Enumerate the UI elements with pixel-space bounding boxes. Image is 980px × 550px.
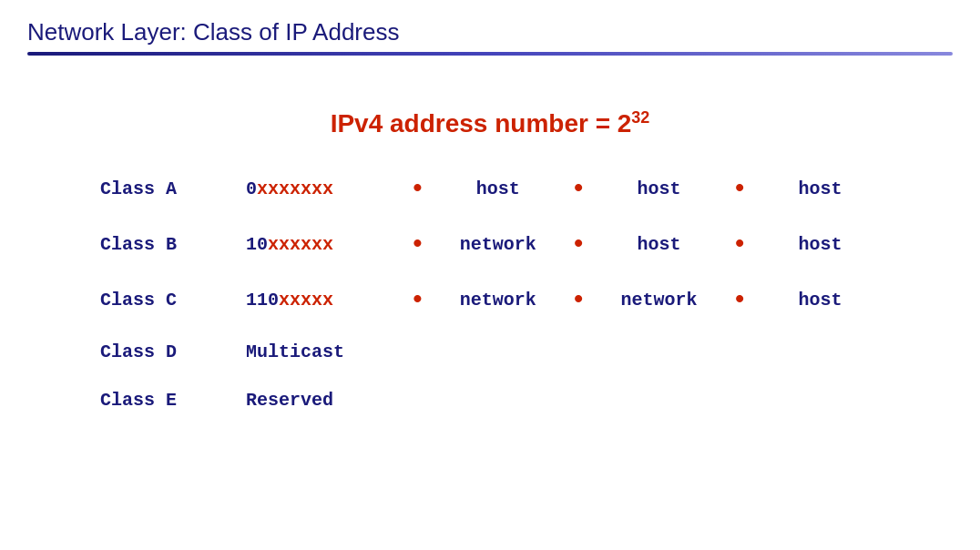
classes-table: Class A 0xxxxxxx • host • host • host Cl…: [100, 175, 953, 411]
class-c-bits-var: xxxxx: [279, 290, 333, 311]
slide: Network Layer: Class of IP Address IPv4 …: [0, 0, 980, 550]
class-a-field1: host: [444, 178, 553, 199]
class-b-bits-var: xxxxxx: [268, 234, 333, 255]
class-c-dot3: •: [732, 286, 748, 314]
ipv4-heading-text: IPv4 address number = 232: [331, 109, 650, 138]
class-c-dot2: •: [571, 286, 587, 314]
class-c-label: Class C: [100, 290, 246, 311]
class-e-value: Reserved: [246, 390, 333, 411]
class-a-field3: host: [765, 178, 874, 199]
class-c-field3: host: [765, 290, 874, 311]
class-a-label: Class A: [100, 178, 246, 199]
class-c-field2: network: [605, 290, 714, 311]
class-e-label: Class E: [100, 390, 246, 411]
class-row-e: Class E Reserved: [100, 390, 953, 411]
class-b-bits: 10xxxxxx: [246, 234, 392, 255]
class-a-field2: host: [605, 178, 714, 199]
class-c-bits: 110xxxxx: [246, 290, 392, 311]
class-c-bits-fixed: 110: [246, 290, 279, 311]
class-b-field2: host: [605, 234, 714, 255]
class-a-dot3: •: [732, 175, 748, 203]
page-title: Network Layer: Class of IP Address: [27, 18, 953, 46]
ipv4-exponent: 32: [631, 108, 649, 127]
ipv4-heading: IPv4 address number = 232: [27, 108, 953, 138]
class-row-c: Class C 110xxxxx • network • network • h…: [100, 286, 953, 314]
title-divider: [27, 52, 953, 56]
class-row-d: Class D Multicast: [100, 341, 953, 362]
title-main: Network Layer:: [27, 18, 187, 46]
class-a-bits-fixed: 0: [246, 178, 257, 199]
class-b-dot3: •: [732, 230, 748, 259]
class-b-dot1: •: [410, 230, 425, 259]
title-sub: Class of IP Address: [187, 18, 400, 46]
class-row-a: Class A 0xxxxxxx • host • host • host: [100, 175, 953, 203]
class-b-label: Class B: [100, 234, 246, 255]
ipv4-label: IPv4 address number = 2: [331, 109, 632, 138]
title-area: Network Layer: Class of IP Address: [27, 18, 953, 63]
class-c-field1: network: [444, 290, 553, 311]
class-b-dot2: •: [571, 230, 587, 259]
class-b-field1: network: [444, 234, 553, 255]
class-c-dot1: •: [410, 286, 425, 314]
class-b-bits-fixed: 10: [246, 234, 268, 255]
class-b-field3: host: [765, 234, 874, 255]
class-a-dot1: •: [410, 175, 425, 203]
class-d-label: Class D: [100, 341, 246, 362]
class-row-b: Class B 10xxxxxx • network • host • host: [100, 230, 953, 259]
class-d-value: Multicast: [246, 341, 344, 362]
class-a-bits: 0xxxxxxx: [246, 178, 392, 199]
class-a-bits-var: xxxxxxx: [257, 178, 333, 199]
class-a-dot2: •: [571, 175, 587, 203]
